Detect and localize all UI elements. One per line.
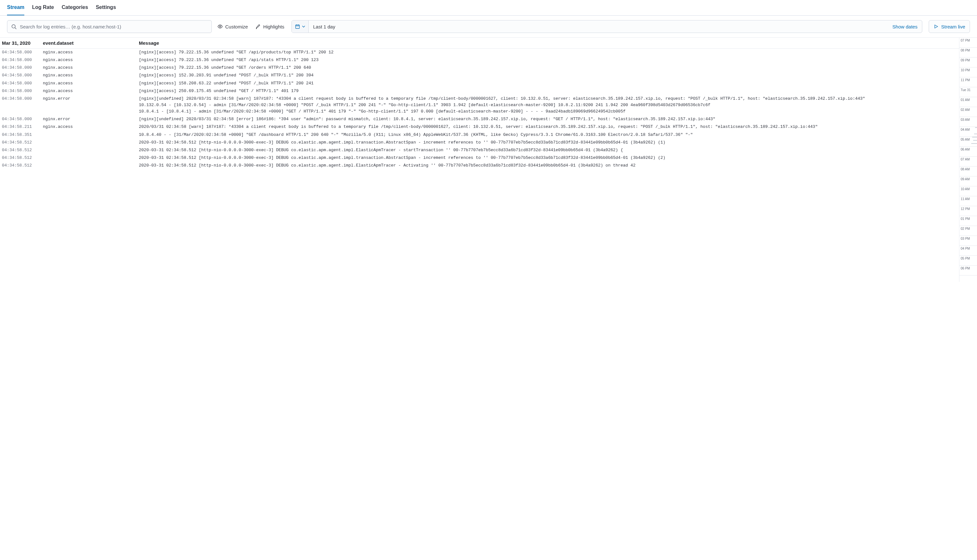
log-row[interactable]: 04:34:58.000nginx.error[nginx][undefined… — [0, 115, 959, 123]
minimap-tick-label: 06 PM — [961, 267, 970, 270]
log-dataset: nginx.access — [43, 88, 139, 94]
date-range-group: Last 1 day Show dates — [291, 20, 922, 33]
log-dataset: nginx.access — [43, 80, 139, 87]
log-row[interactable]: 04:34:58.000nginx.access[nginx][access] … — [0, 64, 959, 72]
svg-line-1 — [15, 27, 16, 29]
log-message: 10.8.4.40 - - [31/Mar/2020:02:34:58 +000… — [139, 132, 959, 138]
show-dates-button[interactable]: Show dates — [888, 20, 922, 33]
log-timestamp: 04:34:58.512 — [2, 139, 43, 146]
log-timestamp: 04:34:58.512 — [2, 162, 43, 169]
tab-categories[interactable]: Categories — [62, 0, 88, 15]
log-area: Mar 31, 2020 event.dataset Message 04:34… — [0, 38, 959, 282]
log-message: [nginx][access] 79.222.15.36 undefined "… — [139, 57, 959, 63]
svg-point-0 — [12, 25, 15, 28]
minimap-tick-label: 09 AM — [961, 177, 970, 181]
log-message: [nginx][access] 79.222.15.36 undefined "… — [139, 65, 959, 71]
column-header-time: Mar 31, 2020 — [2, 40, 43, 46]
minimap-tick-label: 03 PM — [961, 237, 970, 240]
log-dataset: nginx.error — [43, 116, 139, 122]
log-dataset — [43, 132, 139, 138]
log-column-headers: Mar 31, 2020 event.dataset Message — [0, 38, 959, 48]
log-timestamp: 04:34:58.000 — [2, 95, 43, 115]
log-row[interactable]: 04:34:58.000nginx.access[nginx][access] … — [0, 87, 959, 95]
svg-rect-3 — [296, 25, 299, 28]
log-message: 2020-03-31 02:34:58.512 [http-nio-0.0.0.… — [139, 147, 959, 153]
log-timestamp: 04:34:58.000 — [2, 72, 43, 78]
log-row[interactable]: 04:34:58.000nginx.access[nginx][access] … — [0, 56, 959, 64]
column-header-dataset: event.dataset — [43, 40, 139, 46]
search-box[interactable] — [7, 20, 212, 33]
log-timestamp: 04:34:58.512 — [2, 155, 43, 161]
minimap-tick-label: 08 PM — [961, 48, 970, 52]
log-message: [nginx][undefined] 2020/03/31 02:34:58 [… — [139, 95, 959, 115]
search-input[interactable] — [20, 24, 207, 29]
date-range-text[interactable]: Last 1 day — [309, 20, 888, 33]
log-dataset: nginx.access — [43, 57, 139, 63]
log-message: [nginx][access] 152.30.203.91 undefined … — [139, 72, 959, 78]
svg-marker-7 — [935, 25, 938, 28]
minimap-tick-label: 04 AM — [961, 128, 970, 132]
tab-log-rate[interactable]: Log Rate — [32, 0, 54, 15]
log-dataset: nginx.access — [43, 124, 139, 130]
play-icon — [934, 24, 939, 29]
stream-live-label: Stream live — [941, 24, 965, 29]
log-message: [nginx][access] 79.222.15.36 undefined "… — [139, 49, 959, 56]
highlights-button[interactable]: Highlights — [254, 22, 286, 31]
highlights-label: Highlights — [263, 24, 284, 29]
time-minimap[interactable]: 07 PM08 PM09 PM10 PM11 PMTue 3101 AM02 A… — [959, 38, 977, 282]
minimap-tick-label: 09 PM — [961, 58, 970, 62]
tab-settings[interactable]: Settings — [95, 0, 116, 15]
minimap-tick-label: 08 AM — [961, 167, 970, 171]
log-row[interactable]: 04:34:58.35110.8.4.40 - - [31/Mar/2020:0… — [0, 131, 959, 139]
log-row[interactable]: 04:34:58.5122020-03-31 02:34:58.512 [htt… — [0, 154, 959, 162]
customize-button[interactable]: Customize — [216, 22, 250, 31]
log-row[interactable]: 04:34:58.000nginx.access[nginx][access] … — [0, 72, 959, 79]
date-picker-button[interactable] — [292, 20, 309, 33]
log-message: [nginx][access] 250.69.175.45 undefined … — [139, 88, 959, 94]
minimap-tick-label: 01 PM — [961, 217, 970, 220]
log-timestamp: 04:34:58.351 — [2, 132, 43, 138]
customize-label: Customize — [225, 24, 248, 29]
minimap-tick-label: 03 AM — [961, 118, 970, 122]
log-message: [nginx][access] 158.208.63.22 undefined … — [139, 80, 959, 87]
stream-live-button[interactable]: Stream live — [929, 20, 970, 33]
log-row[interactable]: 04:34:58.5122020-03-31 02:34:58.512 [htt… — [0, 162, 959, 169]
log-dataset: nginx.access — [43, 49, 139, 56]
minimap-density-bar — [973, 140, 977, 141]
log-rows-container[interactable]: 04:34:58.000nginx.access[nginx][access] … — [0, 48, 959, 169]
log-row[interactable]: 04:34:58.5122020-03-31 02:34:58.512 [htt… — [0, 147, 959, 154]
minimap-tick-label: Tue 31 — [961, 88, 970, 92]
log-timestamp: 04:34:58.000 — [2, 80, 43, 87]
log-timestamp: 04:34:58.211 — [2, 124, 43, 130]
log-dataset — [43, 139, 139, 146]
log-row[interactable]: 04:34:58.5122020-03-31 02:34:58.512 [htt… — [0, 139, 959, 147]
minimap-density-bar — [971, 143, 977, 144]
log-row[interactable]: 04:34:58.000nginx.error[nginx][undefined… — [0, 95, 959, 115]
minimap-tick-label: 11 AM — [961, 197, 970, 201]
log-timestamp: 04:34:58.000 — [2, 65, 43, 71]
log-timestamp: 04:34:58.000 — [2, 88, 43, 94]
minimap-density-bar — [975, 127, 977, 128]
log-row[interactable]: 04:34:58.000nginx.access[nginx][access] … — [0, 48, 959, 56]
minimap-tick-label: 05 AM — [961, 138, 970, 141]
log-message: 2020/03/31 02:34:58 [warn] 187#187: *433… — [139, 124, 959, 130]
minimap-tick-label: 04 PM — [961, 247, 970, 250]
minimap-tick-label: 07 AM — [961, 158, 970, 161]
highlighter-icon — [256, 24, 261, 29]
tab-stream[interactable]: Stream — [7, 0, 24, 15]
log-dataset: nginx.access — [43, 65, 139, 71]
log-message: [nginx][undefined] 2020/03/31 02:34:58 [… — [139, 116, 959, 122]
log-dataset: nginx.error — [43, 95, 139, 115]
minimap-tick-label: 10 AM — [961, 187, 970, 191]
log-row[interactable]: 04:34:58.211nginx.access2020/03/31 02:34… — [0, 123, 959, 131]
minimap-tick-label: 10 PM — [961, 68, 970, 72]
minimap-tick-label: 12 PM — [961, 207, 970, 211]
chevron-down-icon — [302, 25, 305, 28]
log-timestamp: 04:34:58.000 — [2, 49, 43, 56]
log-timestamp: 04:34:58.000 — [2, 57, 43, 63]
svg-point-2 — [219, 26, 221, 27]
log-timestamp: 04:34:58.000 — [2, 116, 43, 122]
log-message: 2020-03-31 02:34:58.512 [http-nio-0.0.0.… — [139, 139, 959, 146]
log-row[interactable]: 04:34:58.000nginx.access[nginx][access] … — [0, 80, 959, 87]
minimap-tick-label: 11 PM — [961, 78, 970, 82]
